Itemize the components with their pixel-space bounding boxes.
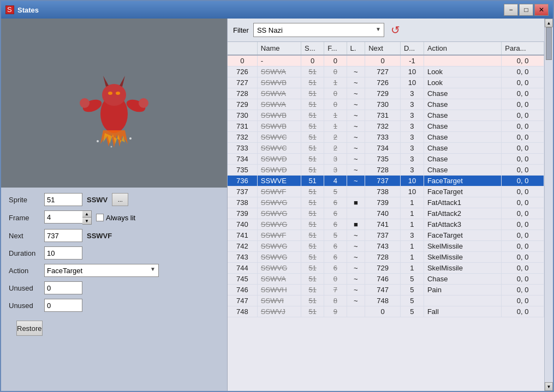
table-cell: 7	[324, 285, 347, 295]
table-row[interactable]: 734SSWVD513~7353Chase0, 0	[228, 154, 544, 165]
table-cell: 51	[301, 208, 324, 219]
table-container[interactable]: Name S... F... L. Next D... Action Para.…	[228, 42, 544, 391]
table-cell: SSWVF	[257, 230, 301, 241]
table-cell: 5	[324, 186, 347, 197]
action-select[interactable]: FaceTarget Chase Look FatAttack1	[44, 264, 159, 277]
table-cell: 743	[365, 241, 401, 252]
table-row[interactable]: 0-000-10, 0	[228, 55, 544, 67]
table-cell: 0, 0	[502, 197, 544, 208]
table-row[interactable]: 737SSWVF51573810FaceTarget0, 0	[228, 186, 544, 197]
close-button[interactable]: ✕	[534, 4, 549, 16]
table-cell: 726	[228, 67, 257, 77]
table-row[interactable]: 740SSWVG516■7411FatAttack30, 0	[228, 219, 544, 230]
states-table: Name S... F... L. Next D... Action Para.…	[228, 42, 544, 317]
table-cell: 51	[301, 143, 324, 154]
table-cell: ~	[347, 252, 365, 263]
table-row[interactable]: 730SSWVB511~7313Chase0, 0	[228, 110, 544, 121]
table-cell: 5	[400, 274, 424, 285]
table-cell: Chase	[424, 274, 501, 285]
states-window: S States − □ ✕	[0, 0, 554, 392]
table-row[interactable]: 726SSWVA510~72710Look0, 0	[228, 67, 544, 77]
table-cell: FatAttack3	[424, 219, 501, 230]
table-cell: 740	[365, 208, 401, 219]
table-row[interactable]: 738SSWVG516■7391FatAttack10, 0	[228, 197, 544, 208]
table-cell: 51	[301, 197, 324, 208]
table-cell: 3	[400, 121, 424, 132]
table-row[interactable]: 748SSWVJ51905Fall0, 0	[228, 306, 544, 317]
table-cell: SSWVF	[257, 186, 301, 197]
table-row[interactable]: 733SSWVC512~7343Chase0, 0	[228, 143, 544, 154]
header-para: Para...	[502, 42, 544, 55]
next-input[interactable]	[44, 229, 82, 242]
table-row[interactable]: 746SSWVH517~7475Pain0, 0	[228, 285, 544, 295]
filter-select[interactable]: SS Nazi All	[253, 23, 384, 37]
action-row: Action FaceTarget Chase Look FatAttack1	[9, 264, 219, 277]
sprite-input[interactable]	[44, 193, 82, 206]
table-cell: ~	[347, 263, 365, 274]
table-cell: 3	[400, 154, 424, 165]
table-cell: Chase	[424, 110, 501, 121]
frame-label: Frame	[9, 214, 44, 222]
always-lit-checkbox[interactable]	[96, 214, 104, 221]
frame-input[interactable]	[44, 210, 82, 224]
table-row[interactable]: 747SSWVI518~74850, 0	[228, 295, 544, 306]
table-cell: FaceTarget	[424, 186, 501, 197]
browse-button[interactable]: ...	[112, 193, 128, 206]
table-cell: 748	[365, 295, 401, 306]
table-cell: 3	[400, 165, 424, 176]
table-row[interactable]: 735SSWVD513~7283Chase0, 0	[228, 165, 544, 176]
table-cell: 0, 0	[502, 208, 544, 219]
unused2-input[interactable]	[44, 299, 82, 312]
table-cell: 1	[400, 252, 424, 263]
duration-input[interactable]	[44, 246, 82, 260]
table-cell: 6	[324, 219, 347, 230]
minimize-button[interactable]: −	[504, 4, 518, 16]
table-cell: 738	[365, 186, 401, 197]
svg-point-10	[108, 92, 112, 95]
scroll-thumb[interactable]	[546, 27, 552, 60]
restore-button[interactable]: Restore	[16, 321, 43, 336]
unused1-input[interactable]	[44, 281, 82, 294]
table-row[interactable]: 741SSWVF515~7373FaceTarget0, 0	[228, 230, 544, 241]
scrollbar[interactable]: ▲ ▼	[544, 19, 553, 391]
table-cell: 744	[228, 263, 257, 274]
table-row[interactable]: 736SSWVE514~73710FaceTarget0, 0	[228, 176, 544, 186]
table-cell: 739	[365, 197, 401, 208]
table-row[interactable]: 739SSWVG5167401FatAttack20, 0	[228, 208, 544, 219]
table-row[interactable]: 732SSWVC512~7333Chase0, 0	[228, 132, 544, 143]
maximize-button[interactable]: □	[519, 4, 533, 16]
table-row[interactable]: 727SSWVB511~72610Look0, 0	[228, 77, 544, 88]
table-cell: 51	[301, 176, 324, 186]
table-row[interactable]: 729SSWVA510~7303Chase0, 0	[228, 99, 544, 110]
table-row[interactable]: 731SSWVB511~7323Chase0, 0	[228, 121, 544, 132]
frame-down-button[interactable]: ▼	[82, 218, 91, 224]
table-row[interactable]: 743SSWVG516~7281SkelMissile0, 0	[228, 252, 544, 263]
table-cell: 740	[228, 219, 257, 230]
table-row[interactable]: 744SSWVG516~7291SkelMissile0, 0	[228, 263, 544, 274]
table-row[interactable]: 745SSWVA510~7465Chase0, 0	[228, 274, 544, 285]
table-body: 0-000-10, 0726SSWVA510~72710Look0, 0727S…	[228, 55, 544, 317]
table-cell: Chase	[424, 88, 501, 99]
table-cell: 736	[228, 176, 257, 186]
table-cell: Chase	[424, 121, 501, 132]
table-cell: 6	[324, 263, 347, 274]
table-cell: 734	[228, 154, 257, 165]
table-row[interactable]: 742SSWVG516~7431SkelMissile0, 0	[228, 241, 544, 252]
table-cell: 0, 0	[502, 132, 544, 143]
table-cell: 0	[301, 55, 324, 67]
header-name: Name	[257, 42, 301, 55]
table-cell: 51	[301, 186, 324, 197]
frame-up-button[interactable]: ▲	[82, 211, 91, 218]
table-row[interactable]: 728SSWVA510~7293Chase0, 0	[228, 88, 544, 99]
scroll-up-button[interactable]: ▲	[545, 19, 553, 27]
table-cell: ■	[347, 197, 365, 208]
duration-label: Duration	[9, 249, 44, 257]
frame-row: Frame ▲ ▼ Always lit	[9, 210, 219, 225]
header-d: D...	[400, 42, 424, 55]
always-lit-row: Always lit	[96, 214, 135, 222]
refresh-button[interactable]: ↺	[389, 23, 403, 37]
table-cell: 0	[324, 88, 347, 99]
scroll-track	[545, 27, 553, 382]
header-f: F...	[324, 42, 347, 55]
scroll-down-button[interactable]: ▼	[545, 382, 553, 391]
